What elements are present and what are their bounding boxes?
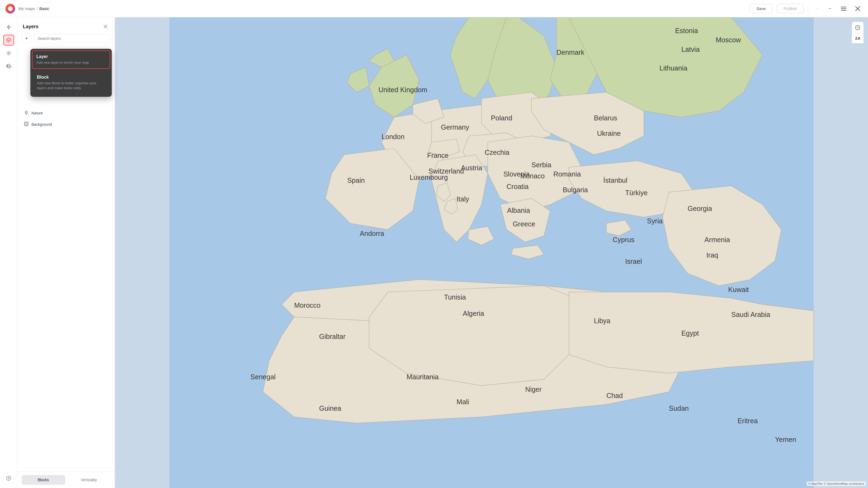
search-input[interactable] <box>34 34 111 43</box>
layer-option-desc: Add new layer to enrich your map <box>36 60 106 65</box>
left-toolbar <box>0 18 18 222</box>
add-layer-button[interactable]: + <box>22 34 31 43</box>
dropdown-menu: Layer Add new layer to enrich your map B… <box>30 49 112 97</box>
layer-name-nature: Nature <box>31 111 43 115</box>
svg-rect-10 <box>25 123 27 125</box>
search-input-wrap <box>34 34 111 43</box>
layer-option-title: Layer <box>36 54 106 59</box>
dropdown-layer-item[interactable]: Layer Add new layer to enrich your map <box>32 51 110 69</box>
dropdown-block-item[interactable]: Block Add new Block to better organise y… <box>32 70 110 95</box>
label-uk: United Kingdom <box>378 86 395 94</box>
layer-item-nature[interactable]: Nature <box>21 107 112 119</box>
toolbar-settings[interactable] <box>3 48 14 59</box>
breadcrumb-link[interactable]: My maps <box>19 6 35 11</box>
tree-icon <box>24 110 29 116</box>
logo-inner <box>8 6 13 11</box>
breadcrumb-current: Basic <box>39 6 50 11</box>
topbar-left: My maps / Basic <box>5 4 50 13</box>
svg-rect-9 <box>24 122 28 126</box>
logo[interactable] <box>5 4 15 13</box>
sidebar-title: Layers <box>23 24 38 30</box>
close-sidebar-button[interactable] <box>102 23 109 30</box>
sidebar-header: Layers <box>18 18 115 34</box>
label-london: London <box>382 133 395 140</box>
frame-icon <box>24 122 29 127</box>
map-svg: .water { fill: #a8c8e8; } .land { fill: … <box>115 18 395 222</box>
breadcrumb: My maps / Basic <box>19 6 50 11</box>
svg-point-5 <box>8 52 9 54</box>
layers-list: Nature Background <box>18 105 115 132</box>
toolbar-puzzle[interactable] <box>3 61 14 72</box>
block-option-desc: Add new Block to better organise your la… <box>37 81 105 91</box>
search-bar: + <box>22 34 111 43</box>
sidebar: Layers + Layer Add new layer to enrich y… <box>18 18 115 222</box>
label-spain: Spain <box>347 176 365 184</box>
layer-name-background: Background <box>31 122 52 127</box>
toolbar-layers[interactable] <box>3 35 14 45</box>
breadcrumb-separator: / <box>37 6 38 11</box>
toolbar-lightning[interactable] <box>3 22 14 33</box>
topbar: My maps / Basic Save Publish ← → <box>0 0 395 18</box>
layer-item-background[interactable]: Background <box>21 119 112 130</box>
block-option-title: Block <box>37 75 105 80</box>
map-area[interactable]: .water { fill: #a8c8e8; } .land { fill: … <box>115 18 395 222</box>
